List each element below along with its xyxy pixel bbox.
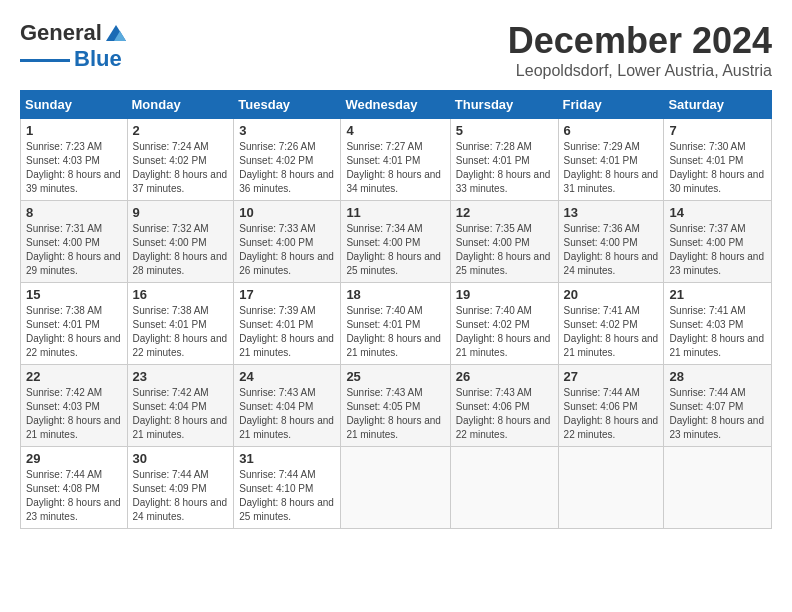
day-number: 13 (564, 205, 659, 220)
calendar-cell: 7Sunrise: 7:30 AMSunset: 4:01 PMDaylight… (664, 119, 772, 201)
day-info: Sunrise: 7:28 AMSunset: 4:01 PMDaylight:… (456, 140, 553, 196)
calendar-cell (341, 447, 450, 529)
day-number: 20 (564, 287, 659, 302)
day-info: Sunrise: 7:42 AMSunset: 4:03 PMDaylight:… (26, 386, 122, 442)
day-number: 18 (346, 287, 444, 302)
calendar-cell: 12Sunrise: 7:35 AMSunset: 4:00 PMDayligh… (450, 201, 558, 283)
day-info: Sunrise: 7:34 AMSunset: 4:00 PMDaylight:… (346, 222, 444, 278)
calendar-cell: 1Sunrise: 7:23 AMSunset: 4:03 PMDaylight… (21, 119, 128, 201)
day-info: Sunrise: 7:27 AMSunset: 4:01 PMDaylight:… (346, 140, 444, 196)
day-number: 21 (669, 287, 766, 302)
day-number: 27 (564, 369, 659, 384)
calendar-cell: 18Sunrise: 7:40 AMSunset: 4:01 PMDayligh… (341, 283, 450, 365)
day-number: 23 (133, 369, 229, 384)
calendar-cell (450, 447, 558, 529)
logo-blue-text: Blue (74, 46, 122, 72)
day-info: Sunrise: 7:44 AMSunset: 4:10 PMDaylight:… (239, 468, 335, 524)
weekday-header: Tuesday (234, 91, 341, 119)
day-info: Sunrise: 7:40 AMSunset: 4:01 PMDaylight:… (346, 304, 444, 360)
day-info: Sunrise: 7:38 AMSunset: 4:01 PMDaylight:… (26, 304, 122, 360)
day-number: 15 (26, 287, 122, 302)
calendar-table: SundayMondayTuesdayWednesdayThursdayFrid… (20, 90, 772, 529)
calendar-cell: 26Sunrise: 7:43 AMSunset: 4:06 PMDayligh… (450, 365, 558, 447)
calendar-cell: 24Sunrise: 7:43 AMSunset: 4:04 PMDayligh… (234, 365, 341, 447)
day-info: Sunrise: 7:44 AMSunset: 4:08 PMDaylight:… (26, 468, 122, 524)
calendar-cell: 15Sunrise: 7:38 AMSunset: 4:01 PMDayligh… (21, 283, 128, 365)
logo-divider (20, 59, 70, 62)
day-info: Sunrise: 7:38 AMSunset: 4:01 PMDaylight:… (133, 304, 229, 360)
calendar-cell: 23Sunrise: 7:42 AMSunset: 4:04 PMDayligh… (127, 365, 234, 447)
month-title: December 2024 (508, 20, 772, 62)
day-info: Sunrise: 7:43 AMSunset: 4:06 PMDaylight:… (456, 386, 553, 442)
weekday-header: Thursday (450, 91, 558, 119)
calendar-cell: 2Sunrise: 7:24 AMSunset: 4:02 PMDaylight… (127, 119, 234, 201)
calendar-cell: 25Sunrise: 7:43 AMSunset: 4:05 PMDayligh… (341, 365, 450, 447)
calendar-cell: 11Sunrise: 7:34 AMSunset: 4:00 PMDayligh… (341, 201, 450, 283)
day-info: Sunrise: 7:32 AMSunset: 4:00 PMDaylight:… (133, 222, 229, 278)
calendar-cell: 29Sunrise: 7:44 AMSunset: 4:08 PMDayligh… (21, 447, 128, 529)
calendar-cell: 16Sunrise: 7:38 AMSunset: 4:01 PMDayligh… (127, 283, 234, 365)
day-number: 10 (239, 205, 335, 220)
day-number: 25 (346, 369, 444, 384)
weekday-header-row: SundayMondayTuesdayWednesdayThursdayFrid… (21, 91, 772, 119)
day-number: 6 (564, 123, 659, 138)
day-info: Sunrise: 7:36 AMSunset: 4:00 PMDaylight:… (564, 222, 659, 278)
calendar-cell: 21Sunrise: 7:41 AMSunset: 4:03 PMDayligh… (664, 283, 772, 365)
calendar-cell: 13Sunrise: 7:36 AMSunset: 4:00 PMDayligh… (558, 201, 664, 283)
calendar-cell: 19Sunrise: 7:40 AMSunset: 4:02 PMDayligh… (450, 283, 558, 365)
calendar-cell: 20Sunrise: 7:41 AMSunset: 4:02 PMDayligh… (558, 283, 664, 365)
day-number: 8 (26, 205, 122, 220)
calendar-cell: 9Sunrise: 7:32 AMSunset: 4:00 PMDaylight… (127, 201, 234, 283)
calendar-cell: 27Sunrise: 7:44 AMSunset: 4:06 PMDayligh… (558, 365, 664, 447)
calendar-cell: 4Sunrise: 7:27 AMSunset: 4:01 PMDaylight… (341, 119, 450, 201)
day-number: 2 (133, 123, 229, 138)
day-number: 16 (133, 287, 229, 302)
day-info: Sunrise: 7:29 AMSunset: 4:01 PMDaylight:… (564, 140, 659, 196)
location-title: Leopoldsdorf, Lower Austria, Austria (508, 62, 772, 80)
day-number: 3 (239, 123, 335, 138)
calendar-cell: 14Sunrise: 7:37 AMSunset: 4:00 PMDayligh… (664, 201, 772, 283)
calendar-cell: 10Sunrise: 7:33 AMSunset: 4:00 PMDayligh… (234, 201, 341, 283)
weekday-header: Friday (558, 91, 664, 119)
logo: General Blue (20, 20, 126, 72)
calendar-week-row: 22Sunrise: 7:42 AMSunset: 4:03 PMDayligh… (21, 365, 772, 447)
day-info: Sunrise: 7:35 AMSunset: 4:00 PMDaylight:… (456, 222, 553, 278)
logo-general-text: General (20, 20, 102, 46)
logo-icon (106, 25, 126, 41)
day-number: 26 (456, 369, 553, 384)
day-info: Sunrise: 7:39 AMSunset: 4:01 PMDaylight:… (239, 304, 335, 360)
day-number: 22 (26, 369, 122, 384)
day-number: 7 (669, 123, 766, 138)
weekday-header: Saturday (664, 91, 772, 119)
day-info: Sunrise: 7:37 AMSunset: 4:00 PMDaylight:… (669, 222, 766, 278)
page-header: General Blue December 2024 Leopoldsdorf,… (20, 20, 772, 80)
day-info: Sunrise: 7:41 AMSunset: 4:02 PMDaylight:… (564, 304, 659, 360)
calendar-cell: 17Sunrise: 7:39 AMSunset: 4:01 PMDayligh… (234, 283, 341, 365)
day-info: Sunrise: 7:33 AMSunset: 4:00 PMDaylight:… (239, 222, 335, 278)
calendar-cell (558, 447, 664, 529)
calendar-week-row: 15Sunrise: 7:38 AMSunset: 4:01 PMDayligh… (21, 283, 772, 365)
day-number: 28 (669, 369, 766, 384)
day-number: 29 (26, 451, 122, 466)
day-info: Sunrise: 7:24 AMSunset: 4:02 PMDaylight:… (133, 140, 229, 196)
calendar-week-row: 8Sunrise: 7:31 AMSunset: 4:00 PMDaylight… (21, 201, 772, 283)
day-number: 14 (669, 205, 766, 220)
day-number: 1 (26, 123, 122, 138)
calendar-cell: 8Sunrise: 7:31 AMSunset: 4:00 PMDaylight… (21, 201, 128, 283)
weekday-header: Sunday (21, 91, 128, 119)
day-info: Sunrise: 7:41 AMSunset: 4:03 PMDaylight:… (669, 304, 766, 360)
weekday-header: Wednesday (341, 91, 450, 119)
calendar-cell: 30Sunrise: 7:44 AMSunset: 4:09 PMDayligh… (127, 447, 234, 529)
day-info: Sunrise: 7:42 AMSunset: 4:04 PMDaylight:… (133, 386, 229, 442)
calendar-cell: 22Sunrise: 7:42 AMSunset: 4:03 PMDayligh… (21, 365, 128, 447)
day-info: Sunrise: 7:44 AMSunset: 4:09 PMDaylight:… (133, 468, 229, 524)
calendar-cell: 31Sunrise: 7:44 AMSunset: 4:10 PMDayligh… (234, 447, 341, 529)
day-info: Sunrise: 7:43 AMSunset: 4:04 PMDaylight:… (239, 386, 335, 442)
day-number: 17 (239, 287, 335, 302)
day-number: 4 (346, 123, 444, 138)
day-number: 19 (456, 287, 553, 302)
day-number: 9 (133, 205, 229, 220)
title-section: December 2024 Leopoldsdorf, Lower Austri… (508, 20, 772, 80)
calendar-week-row: 1Sunrise: 7:23 AMSunset: 4:03 PMDaylight… (21, 119, 772, 201)
day-number: 12 (456, 205, 553, 220)
